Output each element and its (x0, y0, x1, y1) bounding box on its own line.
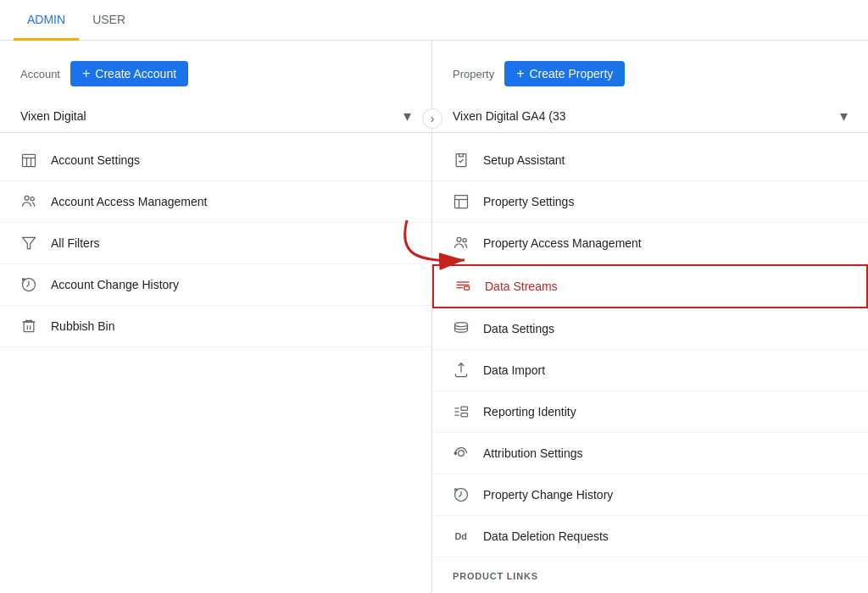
building-icon (20, 152, 37, 169)
create-property-button[interactable]: + Create Property (504, 61, 625, 86)
property-column: Property + Create Property Vixen Digital… (432, 41, 868, 593)
history-icon (20, 276, 37, 293)
sidebar-item-rubbish-bin[interactable]: Rubbish Bin (0, 306, 431, 347)
account-settings-label: Account Settings (51, 153, 140, 167)
svg-text:Dd: Dd (455, 531, 467, 541)
filter-icon (20, 235, 37, 252)
account-change-history-label: Account Change History (51, 278, 179, 291)
divider-circle: › (422, 108, 442, 129)
svg-rect-11 (455, 196, 468, 208)
property-settings-label: Property Settings (483, 195, 574, 208)
svg-point-14 (457, 237, 461, 241)
sidebar-item-data-deletion-requests[interactable]: Dd Data Deletion Requests (432, 516, 868, 557)
data-deletion-requests-label: Data Deletion Requests (483, 529, 609, 543)
property-label: Property (453, 68, 494, 80)
dd-icon: Dd (453, 528, 470, 545)
svg-point-27 (459, 451, 465, 457)
layout-icon (453, 193, 470, 210)
sidebar-item-all-filters[interactable]: All Filters (0, 223, 431, 264)
create-account-button[interactable]: + Create Account (70, 61, 188, 86)
reporting-identity-label: Reporting Identity (483, 405, 576, 418)
property-selector[interactable]: Vixen Digital GA4 (33 ▾ (432, 100, 868, 133)
create-account-label: Create Account (95, 67, 176, 80)
data-settings-label: Data Settings (483, 322, 554, 335)
svg-marker-6 (23, 237, 36, 248)
data-streams-label: Data Streams (485, 280, 558, 293)
data-import-label: Data Import (483, 363, 545, 377)
svg-point-4 (25, 196, 29, 200)
sidebar-item-account-change-history[interactable]: Account Change History (0, 264, 431, 306)
svg-point-15 (463, 239, 466, 242)
account-access-management-label: Account Access Management (51, 195, 207, 208)
sidebar-item-property-change-history[interactable]: Property Change History (432, 474, 868, 516)
create-property-label: Create Property (529, 67, 613, 80)
account-label: Account (20, 68, 60, 80)
property-selector-value: Vixen Digital GA4 (33 (453, 109, 566, 123)
sidebar-item-attribution-settings[interactable]: Attribution Settings (432, 433, 868, 474)
rubbish-bin-label: Rubbish Bin (51, 319, 115, 333)
account-selector-value: Vixen Digital (20, 109, 86, 123)
create-property-plus-icon: + (516, 67, 524, 80)
property-chevron-icon: ▾ (840, 107, 848, 125)
property-header: Property + Create Property (432, 61, 868, 100)
svg-rect-19 (465, 286, 470, 290)
account-selector[interactable]: Vixen Digital ▾ (0, 100, 431, 133)
property-access-management-label: Property Access Management (483, 236, 642, 250)
svg-rect-26 (461, 413, 468, 417)
svg-rect-25 (461, 407, 468, 410)
sidebar-item-data-streams[interactable]: Data Streams (432, 264, 868, 308)
svg-point-20 (455, 323, 468, 327)
account-column: Account + Create Account Vixen Digital ▾… (0, 41, 432, 593)
main-content: Account + Create Account Vixen Digital ▾… (0, 41, 868, 593)
tab-admin[interactable]: ADMIN (14, 1, 79, 41)
user-tab-label: USER (92, 13, 125, 26)
create-account-plus-icon: + (82, 67, 90, 80)
sidebar-item-account-settings[interactable]: Account Settings (0, 140, 431, 181)
svg-rect-0 (23, 154, 36, 166)
people2-icon (453, 235, 470, 252)
clipboard-icon (453, 152, 470, 169)
sidebar-item-property-settings[interactable]: Property Settings (432, 181, 868, 223)
svg-point-5 (31, 197, 34, 201)
streams-icon (454, 278, 471, 295)
svg-rect-7 (24, 322, 34, 332)
sidebar-item-data-settings[interactable]: Data Settings (432, 308, 868, 350)
admin-tab-label: ADMIN (27, 13, 65, 26)
people-icon (20, 193, 37, 210)
reporting-icon (453, 403, 470, 420)
tab-user[interactable]: USER (79, 1, 139, 41)
attribution-settings-label: Attribution Settings (483, 446, 583, 460)
product-links-header: PRODUCT LINKS (432, 557, 868, 588)
account-chevron-icon: ▾ (403, 107, 411, 125)
sidebar-item-account-access-management[interactable]: Account Access Management (0, 181, 431, 223)
property-change-history-label: Property Change History (483, 488, 613, 502)
account-header: Account + Create Account (0, 61, 431, 100)
sidebar-item-data-import[interactable]: Data Import (432, 350, 868, 391)
sidebar-item-reporting-identity[interactable]: Reporting Identity (432, 391, 868, 433)
svg-rect-10 (456, 154, 466, 167)
attribution-icon (453, 445, 470, 462)
sidebar-item-google-ads-links[interactable]: Google Ads links (432, 588, 868, 593)
all-filters-label: All Filters (51, 236, 100, 250)
sidebar-item-setup-assistant[interactable]: Setup Assistant (432, 140, 868, 181)
setup-assistant-label: Setup Assistant (483, 153, 565, 167)
top-navigation: ADMIN USER (0, 0, 868, 41)
history2-icon (453, 486, 470, 503)
data-settings-icon (453, 320, 470, 337)
svg-point-28 (454, 452, 457, 455)
upload-icon (453, 362, 470, 379)
trash-icon (20, 318, 37, 335)
sidebar-item-property-access-management[interactable]: Property Access Management (432, 223, 868, 264)
